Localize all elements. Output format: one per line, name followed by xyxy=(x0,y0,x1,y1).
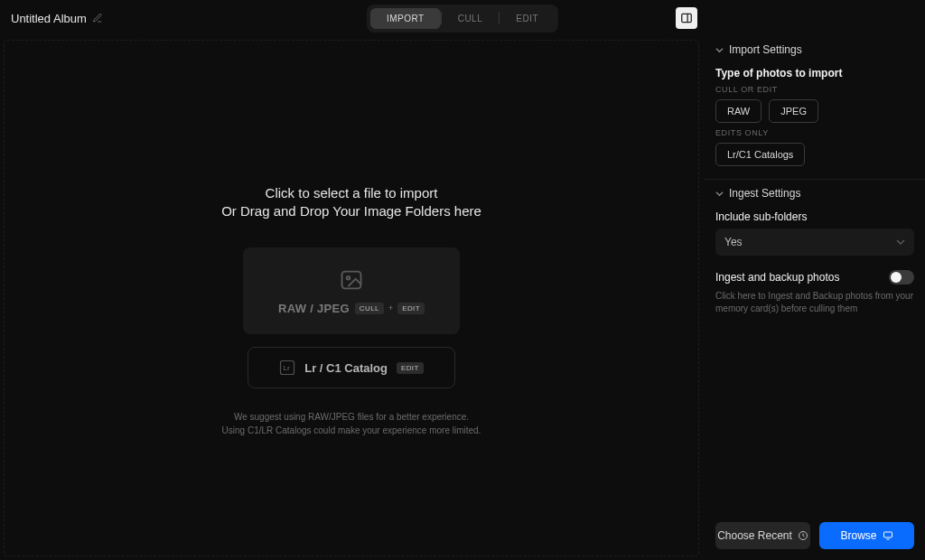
browse-label: Browse xyxy=(840,529,876,542)
catalog-label: Lr / C1 Catalog xyxy=(304,361,388,375)
album-title-text: Untitled Album xyxy=(11,12,87,25)
include-subfolders-select[interactable]: Yes xyxy=(715,229,914,256)
dropzone-raw-jpeg[interactable]: RAW / JPEG CULL + EDIT xyxy=(243,247,460,334)
toggle-knob xyxy=(891,272,902,283)
lightroom-icon: Lr xyxy=(279,359,295,376)
clock-icon xyxy=(798,530,808,541)
dropzone-catalog[interactable]: Lr Lr / C1 Catalog EDIT xyxy=(248,347,455,388)
svg-rect-2 xyxy=(342,271,361,288)
pill-jpeg[interactable]: JPEG xyxy=(769,99,818,123)
chevron-down-icon xyxy=(715,190,724,198)
svg-text:Lr: Lr xyxy=(284,364,291,372)
right-panel: Import Settings Type of photos to import… xyxy=(705,36,925,560)
section-divider xyxy=(705,179,925,180)
import-canvas[interactable]: Click to select a file to import Or Drag… xyxy=(4,40,699,556)
chip-cull: CULL xyxy=(355,303,384,314)
browse-button[interactable]: Browse xyxy=(819,522,914,549)
dropzone-chips: CULL + EDIT xyxy=(355,303,425,314)
svg-rect-0 xyxy=(682,14,692,22)
ingest-backup-toggle[interactable] xyxy=(889,270,914,285)
suggest-line-1: We suggest using RAW/JPEG files for a be… xyxy=(222,410,481,424)
select-value: Yes xyxy=(724,236,743,248)
include-subfolders-label: Include sub-folders xyxy=(715,210,914,223)
chip-edit: EDIT xyxy=(397,303,425,314)
svg-rect-7 xyxy=(883,532,892,537)
choose-recent-button[interactable]: Choose Recent xyxy=(715,522,810,549)
tab-import[interactable]: IMPORT xyxy=(370,8,441,29)
chevron-down-icon xyxy=(715,46,724,54)
image-icon xyxy=(339,267,364,293)
tab-edit[interactable]: EDIT xyxy=(500,8,555,29)
svg-point-3 xyxy=(347,275,350,279)
chip-plus: + xyxy=(388,303,394,313)
choose-recent-label: Choose Recent xyxy=(717,529,792,542)
section-title: Ingest Settings xyxy=(729,187,800,200)
instruction-line-1: Click to select a file to import xyxy=(266,185,438,201)
chevron-down-icon xyxy=(896,238,905,247)
section-title: Import Settings xyxy=(729,43,802,56)
suggest-line-2: Using C1/LR Catalogs could make your exp… xyxy=(222,424,481,437)
section-import-settings[interactable]: Import Settings xyxy=(715,40,914,60)
pill-raw[interactable]: RAW xyxy=(715,99,761,123)
ingest-backup-help: Click here to Ingest and Backup photos f… xyxy=(715,290,914,315)
instruction-line-2: Or Drag and Drop Your Image Folders here xyxy=(221,203,481,219)
album-title[interactable]: Untitled Album xyxy=(11,12,103,25)
type-of-photos-label: Type of photos to import xyxy=(715,67,914,79)
edit-icon xyxy=(92,13,103,23)
section-ingest-settings[interactable]: Ingest Settings xyxy=(715,183,914,203)
edits-only-label: EDITS ONLY xyxy=(715,128,914,137)
cull-or-edit-label: CULL OR EDIT xyxy=(715,85,914,94)
monitor-icon xyxy=(883,530,893,541)
toggle-right-panel-button[interactable] xyxy=(676,7,697,29)
tab-cull[interactable]: CULL xyxy=(442,8,500,29)
mode-switcher: IMPORT CULL EDIT xyxy=(367,5,558,33)
ingest-backup-label: Ingest and backup photos xyxy=(715,271,839,284)
panel-icon xyxy=(680,12,693,24)
dropzone-label: RAW / JPEG xyxy=(278,302,350,315)
pill-catalogs[interactable]: Lr/C1 Catalogs xyxy=(715,143,805,166)
chip-edit: EDIT xyxy=(397,362,424,374)
